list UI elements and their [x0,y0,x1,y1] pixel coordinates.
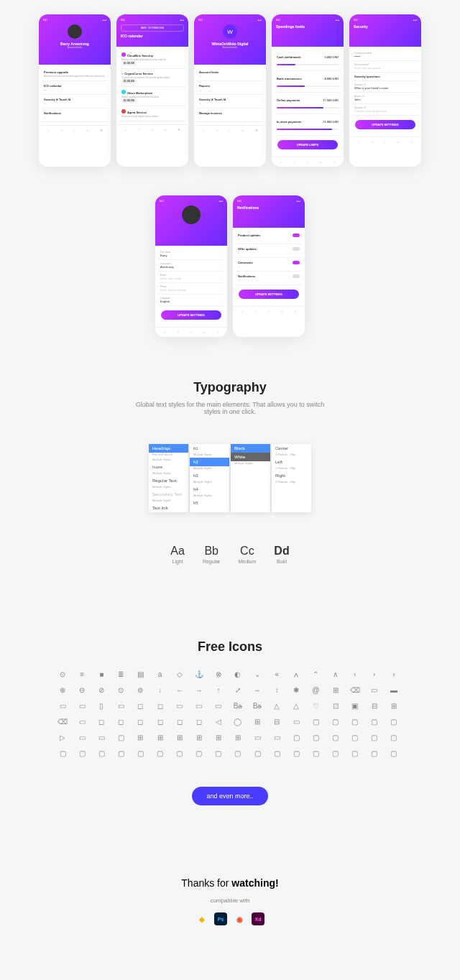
icon: ♡ [310,701,321,711]
icon: ⊞ [175,732,185,742]
icon: ⊡ [331,701,341,711]
icon: ↔ [252,685,262,695]
icon: ◐ [233,669,243,679]
icon: ⊞ [155,732,165,742]
icon: ⊚ [135,685,145,695]
menu-item[interactable]: h2 [190,458,229,466]
icon: ▷ [58,732,68,742]
toggle[interactable] [293,274,300,278]
icon: ▢ [175,748,185,758]
xd-icon: Xd [252,912,264,925]
more-button[interactable]: and even more.. [192,787,267,805]
avatar [182,205,201,224]
icon: ▢ [310,732,321,742]
icon: ▢ [252,748,262,758]
icon: ▬ [389,685,399,695]
icon: ⊖ [77,685,87,695]
icon: ▢ [350,716,360,726]
icon-grid: ⊙≡■≣▤a◇⚓⊗◐⌄«ᴧ⌃∧‹››⊕⊖⊘⊙⊚↓←→↑⤢↔↕✱@⊞⌫▭▬▭▭▯▭… [58,669,402,758]
list-item[interactable]: Security & Touch Id— [42,95,108,108]
update-button[interactable]: UPDATE LIMITS [277,140,338,149]
toggle[interactable] [293,261,300,264]
icon: ∧ [331,669,341,679]
icon: Bə [252,701,262,711]
section-heading: Free Icons [22,639,438,655]
icon: ▢ [350,732,360,742]
icon: ▢ [116,748,126,758]
icon: ⊞ [194,732,204,742]
icon: ▢ [310,716,321,726]
list-item[interactable]: Premium upgradeActivate to prevent inter… [42,68,108,81]
phones-row-1: 9:41●●● Barry Armstrong Account details … [0,0,460,181]
menu-item[interactable]: Black [231,444,270,453]
icon: ⊙ [116,685,126,695]
list-item[interactable]: Reports— [197,81,263,95]
list-item[interactable]: Agora ServiceEthereum-based digital voti… [119,106,185,121]
toggle[interactable] [293,247,300,251]
list-item[interactable]: Glass MarketplaceGlobal Liquidity and Se… [119,87,185,106]
phone-company: 9:41●●● W WhiteOnWhite Digital Account d… [194,14,266,167]
icon: ◻ [116,716,126,726]
icon: △ [272,701,282,711]
icon: ← [175,685,185,695]
icon: ▭ [77,716,87,726]
update-button[interactable]: UPDATE SETTINGS [161,310,221,320]
icon: ◻ [155,701,165,711]
icon: ▢ [369,716,380,726]
icon: ▭ [116,701,126,711]
avatar: W [223,24,237,39]
phone-header: 9:41●●● Barry Armstrong Account details [39,14,111,65]
icon: ▢ [331,732,341,742]
icon: ↓ [155,685,165,695]
list-item[interactable]: Account limits— [197,68,263,81]
phone-limits: 9:41●●● Spendings limits Cash withdrawal… [272,14,344,167]
icon: ▢ [389,716,399,726]
icon: ✱ [291,685,301,695]
icon: a [155,669,165,679]
icon: ≣ [116,669,126,679]
list-item[interactable]: Manage invoices— [197,108,263,122]
icon: « [272,669,282,679]
icon: ▣ [350,701,360,711]
update-button[interactable]: UPDATE SETTINGS [239,290,299,299]
icon: ▢ [350,748,360,758]
icon: ⌫ [58,716,68,726]
phone-edit-profile: 9:41●●● First nameBarry Last nameArmstro… [155,195,227,337]
icon: ▭ [291,716,301,726]
icon: ▢ [77,748,87,758]
icon: ▢ [331,716,341,726]
list-item[interactable]: Notifications— [42,108,108,122]
photoshop-icon: Ps [214,912,227,925]
icon: ▢ [58,748,68,758]
font-weights: AaLight BbRegular CcMedium DdBold [22,545,438,564]
icon: △ [291,701,301,711]
icon: ▢ [194,748,204,758]
icon: ⊙ [58,669,68,679]
icon: › [369,669,380,679]
toggle[interactable] [293,234,300,237]
menu-item[interactable]: Headings [149,444,188,453]
icon: ▢ [272,748,282,758]
typography-section: Typography Global text styles for the ma… [0,351,460,611]
phone-header: 9:41●●● DATE · OCTOBER 2018 ICO calendar [116,14,188,47]
icon: ⊟ [272,716,282,726]
update-button[interactable]: UPDATE SETTINGS [355,120,415,129]
icon: ▢ [369,732,380,742]
figma-icon: ◉ [233,912,246,925]
phone-security: 9:41●●● Security Current password•••••• … [349,14,421,167]
tool-icons: ◆ Ps ◉ Xd [14,912,446,925]
icon: ▢ [155,748,165,758]
list-item[interactable]: ✓ CryptoCurve ServiceCryptoCurve acceler… [119,69,185,87]
icon: ▭ [252,732,262,742]
icons-section: Free Icons ⊙≡■≣▤a◇⚓⊗◐⌄«ᴧ⌃∧‹››⊕⊖⊘⊙⊚↓←→↑⤢↔… [0,611,460,834]
icon: ▢ [135,748,145,758]
list-item[interactable]: Security & Touch Id— [197,95,263,108]
icon: › [389,669,399,679]
icon: ◻ [135,701,145,711]
list-item[interactable]: CloudBric SecurityMaking the rapidly gro… [119,50,185,69]
list-item[interactable]: ICO calendar— [42,81,108,95]
icon: ▭ [213,701,224,711]
icon: ▭ [369,685,380,695]
icon: ▭ [194,701,204,711]
icon: ▭ [175,701,185,711]
